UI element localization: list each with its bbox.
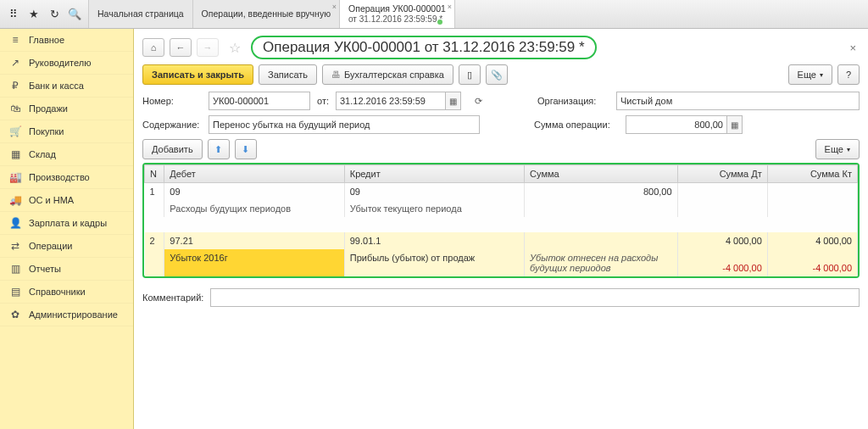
cell-debit: 09: [164, 183, 344, 201]
chevron-down-icon: ▾: [820, 71, 823, 79]
col-sum: Сумма: [525, 165, 678, 183]
star-icon[interactable]: ★: [24, 4, 44, 25]
button-label: Бухгалтерская справка: [344, 70, 444, 80]
forward-button[interactable]: →: [197, 38, 219, 57]
cell-n: 1: [145, 183, 164, 201]
table-row-sub[interactable]: Убыток 2016г Прибыль (убыток) от продаж …: [145, 249, 858, 276]
gear-icon: ✿: [8, 309, 22, 320]
help-button[interactable]: ?: [837, 64, 860, 85]
table-row[interactable]: 2 97.21 99.01.1 4 000,00 4 000,00: [145, 232, 858, 249]
tabs: Начальная страница Операции, введенные в…: [89, 0, 455, 28]
sidebar-item-label: Администрирование: [29, 309, 118, 320]
main: ⌂ ← → ☆ Операция УК00-000001 от 31.12.20…: [134, 29, 868, 429]
cell-sum: [525, 232, 678, 249]
content-label: Содержание:: [142, 120, 202, 130]
favorite-button[interactable]: ☆: [224, 38, 246, 57]
more-button[interactable]: Еще ▾: [788, 64, 832, 85]
table-row-sub[interactable]: Расходы будущих периодов Убыток текущего…: [145, 200, 858, 217]
org-label: Организация:: [537, 96, 609, 106]
table-header-row: N Дебет Кредит Сумма Сумма Дт Сумма Кт: [145, 165, 858, 183]
menu-icon: ≡: [8, 34, 22, 46]
cell-sum: 800,00: [525, 183, 678, 201]
sidebar-item-label: Отчеты: [29, 264, 61, 274]
sidebar-item-label: Зарплата и кадры: [29, 218, 107, 228]
titlebar: ⌂ ← → ☆ Операция УК00-000001 от 31.12.20…: [142, 36, 860, 59]
cell-sum-dt: [677, 183, 767, 201]
org-input[interactable]: [616, 92, 860, 110]
move-down-button[interactable]: ⬇: [235, 139, 257, 159]
content-input[interactable]: [209, 115, 480, 134]
save-close-button[interactable]: Записать и закрыть: [142, 64, 253, 85]
date-input[interactable]: [336, 92, 446, 110]
sidebar-item-admin[interactable]: ✿Администрирование: [0, 304, 133, 326]
search-icon[interactable]: 🔍: [64, 4, 85, 25]
calculator-icon[interactable]: ▦: [727, 115, 743, 134]
book-icon: ▤: [8, 286, 22, 298]
back-button[interactable]: ←: [170, 38, 192, 57]
clip-button[interactable]: 📎: [486, 64, 508, 85]
cell-sum-kt2: -4 000,00: [767, 249, 857, 276]
clip-icon: 📎: [491, 70, 503, 81]
topbar-icons: ⠿ ★ ↻ 🔍: [0, 0, 89, 28]
sidebar-item-reports[interactable]: ▥Отчеты: [0, 258, 133, 281]
sidebar-item-catalogs[interactable]: ▤Справочники: [0, 281, 133, 304]
home-button[interactable]: ⌂: [142, 38, 164, 57]
grid-icon: ▦: [8, 148, 22, 160]
cell-sum-sub: Убыток отнесен на расходы будущих период…: [525, 249, 678, 276]
chart-icon: ↗: [8, 57, 22, 69]
attachment-button[interactable]: ▯: [459, 64, 481, 85]
close-icon[interactable]: ×: [448, 3, 452, 11]
tab-label: Операция УК00-000001: [348, 3, 446, 14]
cell-sum-dt2: [677, 200, 767, 217]
apps-icon[interactable]: ⠿: [3, 4, 24, 25]
topbar: ⠿ ★ ↻ 🔍 Начальная страница Операции, вве…: [0, 0, 868, 29]
tab-label: Операции, введенные вручную: [202, 8, 331, 20]
cell-debit-sub: Убыток 2016г: [164, 249, 344, 276]
calendar-icon[interactable]: ▦: [446, 92, 461, 110]
tab-sublabel: от 31.12.2016 23:59:59 *: [348, 14, 446, 25]
table-row[interactable]: 1 09 09 800,00: [145, 183, 858, 201]
sidebar-item-production[interactable]: 🏭Производство: [0, 166, 133, 189]
close-button[interactable]: ×: [846, 38, 860, 58]
sidebar-item-main[interactable]: ≡Главное: [0, 29, 133, 52]
close-icon[interactable]: ×: [332, 3, 337, 11]
arrow-down-icon: ⬇: [242, 144, 249, 155]
tab-operation[interactable]: Операция УК00-000001 от 31.12.2016 23:59…: [340, 0, 455, 28]
cell-credit-sub: Убыток текущего периода: [344, 200, 524, 217]
sum-input[interactable]: [626, 115, 727, 134]
cart-icon: 🛒: [8, 125, 22, 137]
sidebar-item-assets[interactable]: 🚚ОС и НМА: [0, 189, 133, 212]
cell-sum-kt: [767, 183, 857, 201]
add-button[interactable]: Добавить: [142, 139, 203, 159]
sidebar-item-bank[interactable]: ₽Банк и касса: [0, 75, 133, 98]
print-button[interactable]: 🖶Бухгалтерская справка: [322, 64, 453, 85]
sidebar-item-warehouse[interactable]: ▦Склад: [0, 143, 133, 166]
move-up-button[interactable]: ⬆: [208, 139, 230, 159]
sidebar-item-sales[interactable]: 🛍Продажи: [0, 98, 133, 120]
sidebar-item-label: Операции: [29, 241, 72, 251]
sidebar-item-label: Главное: [29, 35, 64, 45]
sidebar-item-operations[interactable]: ⇄Операции: [0, 235, 133, 258]
sidebar-item-salary[interactable]: 👤Зарплата и кадры: [0, 212, 133, 235]
sum-label: Сумма операции:: [534, 120, 619, 130]
cell-n: 2: [145, 232, 164, 249]
printer-icon: 🖶: [331, 70, 341, 80]
date-prefix: от:: [317, 96, 329, 106]
col-sum-kt: Сумма Кт: [767, 165, 857, 183]
person-icon: 👤: [8, 217, 22, 229]
number-input[interactable]: [209, 92, 310, 110]
table-more-button[interactable]: Еще ▾: [815, 139, 860, 159]
history-icon[interactable]: ↻: [44, 4, 64, 25]
sidebar-item-manager[interactable]: ↗Руководителю: [0, 52, 133, 75]
sidebar-item-label: Банк и касса: [29, 81, 84, 91]
comment-input[interactable]: [210, 288, 860, 307]
tab-manual-ops[interactable]: Операции, введенные вручную ×: [193, 0, 340, 28]
button-label: Еще: [798, 70, 816, 80]
refresh-icon[interactable]: ⟳: [468, 92, 490, 110]
cell-debit: 97.21: [164, 232, 344, 249]
sidebar-item-purchases[interactable]: 🛒Покупки: [0, 120, 133, 143]
sidebar-item-label: Склад: [29, 149, 56, 159]
save-button[interactable]: Записать: [259, 64, 317, 85]
tab-home[interactable]: Начальная страница: [89, 0, 193, 28]
button-label: Записать и закрыть: [152, 70, 244, 80]
